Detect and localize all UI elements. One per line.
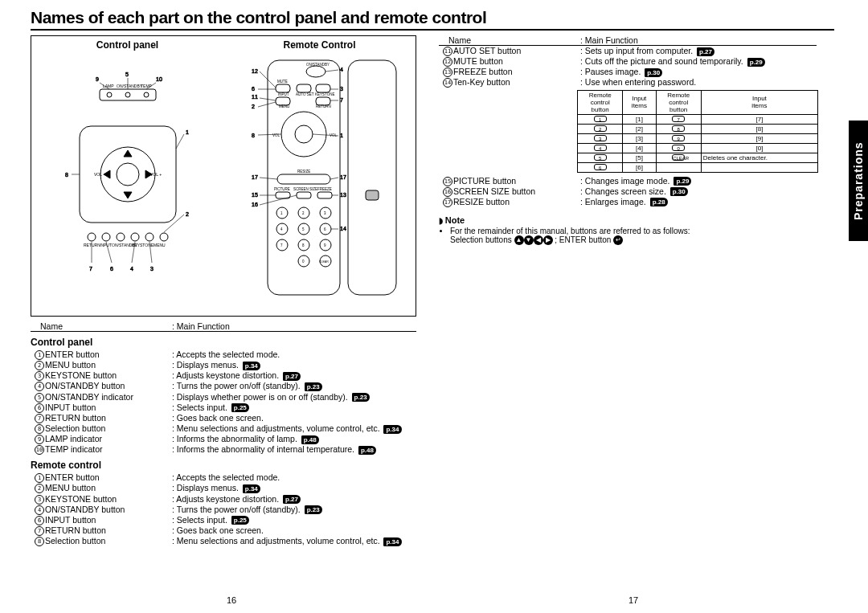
svg-text:INPUT: INPUT xyxy=(278,92,289,96)
ten-key-table: RemotecontrolbuttonInputitemsRemotecontr… xyxy=(577,90,818,173)
svg-text:7: 7 xyxy=(89,266,92,272)
svg-rect-57 xyxy=(317,192,332,198)
svg-text:RETURN: RETURN xyxy=(316,104,331,108)
svg-text:4: 4 xyxy=(340,67,343,72)
svg-text:AUTO SET: AUTO SET xyxy=(296,92,314,96)
svg-rect-45 xyxy=(366,190,379,200)
svg-text:9: 9 xyxy=(324,243,326,247)
svg-rect-47 xyxy=(276,84,290,92)
svg-rect-49 xyxy=(316,84,330,92)
remote-control-diagram: 12 6 11 2 8 17 15 16 4 3 7 1 17 13 xyxy=(235,54,404,303)
svg-text:13: 13 xyxy=(340,192,346,198)
diagram-box: Control panel xyxy=(31,35,416,317)
svg-line-84 xyxy=(260,195,297,205)
svg-text:1: 1 xyxy=(340,133,343,138)
svg-rect-44 xyxy=(348,60,396,295)
right-column: Name Main Function 11 AUTO SET button Se… xyxy=(432,35,834,546)
svg-text:6: 6 xyxy=(110,266,113,272)
selection-buttons-label: Selection buttons xyxy=(450,235,512,244)
svg-text:2: 2 xyxy=(302,211,305,215)
svg-line-94 xyxy=(330,178,338,179)
svg-point-7 xyxy=(145,233,154,241)
svg-text:3: 3 xyxy=(150,266,154,272)
svg-text:11: 11 xyxy=(252,94,258,100)
table-header-right: Name Main Function xyxy=(439,35,817,46)
list-item: 17 RESIZE button Enlarges image. p.28 xyxy=(439,197,834,207)
list-item: 14 Ten-Key button Use when entering pass… xyxy=(439,77,834,88)
svg-text:SCREEN SIZE: SCREEN SIZE xyxy=(293,187,317,191)
svg-text:5: 5 xyxy=(302,227,305,231)
list-item: 11 AUTO SET button Sets up input from co… xyxy=(439,46,834,56)
svg-point-5 xyxy=(117,233,125,241)
remote-control-list: 1 ENTER button Accepts the selected mode… xyxy=(31,472,413,546)
svg-text:9: 9 xyxy=(96,76,99,82)
list-item: 2 MENU button Displays menus. p.34 xyxy=(31,483,413,493)
svg-text:0: 0 xyxy=(302,260,305,264)
svg-text:PICTURE: PICTURE xyxy=(274,187,290,191)
svg-point-2 xyxy=(117,163,139,186)
list-item: 6 INPUT button Selects input. p.25 xyxy=(31,515,413,525)
svg-text:14: 14 xyxy=(340,226,346,231)
th-func-r: Main Function xyxy=(580,35,817,45)
svg-text:2: 2 xyxy=(252,104,255,109)
th-name-r: Name xyxy=(439,35,580,45)
side-tab: Preparations xyxy=(849,121,868,241)
note-body: For the remainder of this manual, button… xyxy=(439,227,834,245)
svg-rect-56 xyxy=(297,192,311,198)
list-item: 3 KEYSTONE button Adjusts keystone disto… xyxy=(31,370,413,381)
svg-text:5: 5 xyxy=(125,72,129,77)
table-header-left: Name Main Function xyxy=(31,321,416,332)
svg-rect-48 xyxy=(297,84,311,92)
list-item: 15 PICTURE button Changes image mode. p.… xyxy=(439,176,834,186)
th-name: Name xyxy=(31,321,172,331)
list-item: 7 RETURN button Goes back one screen. xyxy=(31,413,413,423)
list-item: 1 ENTER button Accepts the selected mode… xyxy=(31,349,413,360)
svg-text:7: 7 xyxy=(340,97,343,103)
list-item: 6 INPUT button Selects input. p.25 xyxy=(31,403,413,413)
note-text: For the remainder of this manual, button… xyxy=(450,227,690,235)
svg-rect-54 xyxy=(277,174,330,184)
svg-text:1: 1 xyxy=(186,129,189,135)
right-list-top: 11 AUTO SET button Sets up input from co… xyxy=(439,46,834,88)
svg-text:1: 1 xyxy=(280,211,283,215)
list-item: 5 ON/STANDBY indicator Displays whether … xyxy=(31,392,413,403)
svg-line-19 xyxy=(176,134,184,149)
svg-text:ON/STANDBY: ON/STANDBY xyxy=(117,84,143,88)
svg-point-11 xyxy=(125,92,130,97)
svg-line-80 xyxy=(260,178,277,179)
svg-text:3: 3 xyxy=(324,211,326,215)
svg-text:17: 17 xyxy=(340,174,346,180)
svg-text:CLEAR: CLEAR xyxy=(319,260,329,264)
svg-text:8: 8 xyxy=(302,243,305,247)
svg-text:TEMP: TEMP xyxy=(141,84,153,88)
list-item: 4 ON/STANDBY button Turns the power on/o… xyxy=(31,505,413,515)
page-title: Names of each part on the control panel … xyxy=(31,8,834,31)
list-item: 3 KEYSTONE button Adjusts keystone disto… xyxy=(31,494,413,505)
svg-text:RESIZE: RESIZE xyxy=(297,170,310,174)
list-item: 2 MENU button Displays menus. p.34 xyxy=(31,360,413,370)
remote-control-section-head: Remote control xyxy=(31,460,413,471)
list-item: 4 ON/STANDBY button Turns the power on/o… xyxy=(31,381,413,391)
right-list-bottom: 15 PICTURE button Changes image mode. p.… xyxy=(439,176,834,207)
svg-text:6: 6 xyxy=(252,86,255,92)
svg-point-10 xyxy=(107,92,112,97)
svg-text:VOL -: VOL - xyxy=(94,172,104,177)
list-item: 10 TEMP indicator Informs the abnormalit… xyxy=(31,444,413,455)
control-panel-heading: Control panel xyxy=(35,39,219,51)
list-item: 7 RETURN button Goes back one screen. xyxy=(31,525,413,536)
svg-text:RETURN: RETURN xyxy=(84,243,100,247)
svg-text:15: 15 xyxy=(252,192,258,198)
svg-text:VOL: VOL xyxy=(330,133,338,137)
svg-line-86 xyxy=(326,70,338,72)
svg-text:8: 8 xyxy=(252,133,255,138)
svg-text:KEYSTONE: KEYSTONE xyxy=(315,92,334,96)
svg-text:MENU: MENU xyxy=(154,243,166,247)
svg-point-52 xyxy=(281,112,326,157)
control-panel-list: 1 ENTER button Accepts the selected mode… xyxy=(31,349,413,455)
svg-point-3 xyxy=(88,233,96,241)
page-number-right: 17 xyxy=(628,595,638,605)
list-item: 16 SCREEN SIZE button Changes screen siz… xyxy=(439,186,834,197)
svg-text:3: 3 xyxy=(340,86,343,92)
enter-button-label: ; ENTER button xyxy=(555,235,611,244)
svg-point-12 xyxy=(144,92,149,97)
